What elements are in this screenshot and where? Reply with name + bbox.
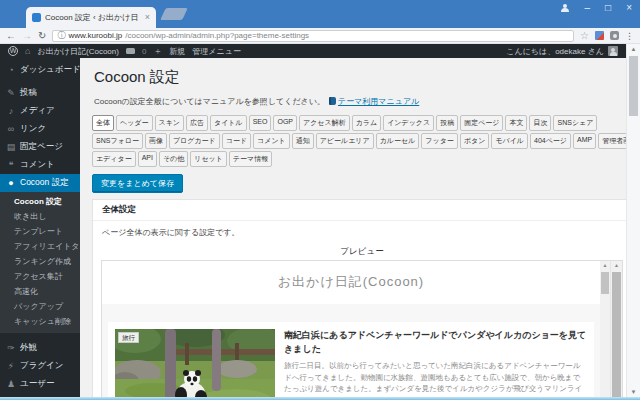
sidebar-submenu-item[interactable]: バックアップ (0, 299, 80, 314)
admin-bar-menu[interactable]: 管理メニュー (192, 46, 241, 57)
settings-tab[interactable]: その他 (159, 151, 188, 167)
settings-tab[interactable]: 画像 (145, 133, 167, 149)
settings-tab[interactable]: API (138, 151, 157, 167)
profile-icon[interactable] (561, 4, 570, 13)
browser-scrollbar[interactable]: ▲ ▼ (626, 44, 640, 397)
settings-tab[interactable]: エディター (92, 151, 136, 167)
maximize-button[interactable]: □ (605, 3, 611, 13)
sidebar-item[interactable]: ❝コメント (0, 156, 80, 174)
settings-tab[interactable]: 本文 (505, 115, 527, 131)
save-all-button[interactable]: 変更をまとめて保存 (92, 174, 183, 193)
settings-tab[interactable]: OGP (273, 115, 297, 131)
forward-icon[interactable]: → (22, 31, 32, 41)
preview-outer-scrollbar[interactable]: ▲ (610, 261, 622, 397)
settings-tab[interactable]: 404ページ (530, 133, 571, 149)
metabox-title: 全体設定 (93, 200, 631, 221)
back-icon[interactable]: ← (6, 31, 16, 41)
tab-close-icon[interactable]: × (145, 13, 150, 22)
settings-tab[interactable]: リセット (190, 151, 227, 167)
sidebar-item[interactable]: ▤固定ページ (0, 138, 80, 156)
new-tab-button[interactable] (160, 8, 188, 20)
sidebar-item[interactable]: ✑外観 (0, 339, 80, 357)
settings-tab[interactable]: SEO (249, 115, 272, 131)
settings-tab[interactable]: アクセス解析 (299, 115, 350, 131)
home-icon[interactable]: ⌂ (25, 46, 30, 56)
scroll-up-icon[interactable]: ▲ (611, 261, 622, 270)
page-info-icon[interactable]: ⓘ (57, 30, 65, 41)
settings-tab[interactable]: SNSシェア (553, 115, 597, 131)
settings-tab[interactable]: 固定ページ (460, 115, 503, 131)
sidebar-submenu-item[interactable]: アフィリエイトタグ (0, 239, 80, 254)
wordpress-logo-icon[interactable]: W (8, 46, 18, 56)
settings-tab[interactable]: ボタン (460, 133, 490, 149)
browser-scroll-thumb[interactable] (629, 56, 638, 116)
extension-icon-2[interactable] (610, 31, 619, 40)
settings-tab[interactable]: ブログカード (169, 133, 220, 149)
settings-tab[interactable]: AMP (573, 133, 596, 149)
settings-tab[interactable]: カルーセル (376, 133, 420, 149)
settings-tab[interactable]: 全体 (92, 115, 114, 131)
settings-tab[interactable]: ヘッダー (116, 115, 153, 131)
admin-bar-site-name[interactable]: お出かけ日記(Cocoon) (37, 46, 118, 57)
sidebar-submenu-item[interactable]: 高速化 (0, 284, 80, 299)
settings-tab[interactable]: スキン (155, 115, 185, 131)
settings-tab[interactable]: モバイル (491, 133, 528, 149)
article-thumbnail[interactable]: 旅行 (115, 329, 275, 397)
sidebar-submenu-item[interactable]: 吹き出し (0, 209, 80, 224)
admin-bar-greeting[interactable]: こんにちは、odekake さん (506, 46, 604, 57)
inner-scroll-thumb[interactable] (601, 272, 609, 294)
extension-icon-1[interactable] (595, 31, 604, 40)
browser-tab[interactable]: Cocoon 設定 ‹ お出かけ日 × (26, 7, 156, 28)
close-button[interactable]: × (626, 3, 632, 13)
sidebar-submenu-item[interactable]: テンプレート (0, 224, 80, 239)
sidebar-item-label: Cocoon 設定 (20, 177, 69, 189)
menu-item-icon: ♪ (6, 106, 16, 116)
sidebar-top: ◔ダッシュボード✎投稿♪メディア∞リンク▤固定ページ❝コメント●Cocoon 設… (0, 61, 80, 192)
address-bar[interactable]: ⓘ www.kuroobi.jp /cocoon/wp-admin/admin.… (52, 30, 574, 42)
admin-bar-new[interactable]: 新規 (169, 46, 185, 57)
settings-tab[interactable]: アピールエリア (316, 133, 374, 149)
reload-icon[interactable]: ↻ (38, 31, 46, 41)
outer-scroll-thumb[interactable] (612, 272, 621, 397)
plus-icon[interactable]: ＋ (153, 45, 162, 58)
settings-tab[interactable]: フッター (421, 133, 458, 149)
article-title[interactable]: 南紀白浜にあるアドベンチャーワールドでパンダやイルカのショーを見てきました (284, 329, 587, 357)
sidebar-item[interactable]: ♟ユーザー (0, 375, 80, 393)
settings-tab[interactable]: テーマ情報 (229, 151, 272, 167)
sidebar-item[interactable]: ●Cocoon 設定 (0, 174, 80, 192)
sidebar-item[interactable]: ✎投稿 (0, 84, 80, 102)
settings-tab[interactable]: コード (222, 133, 251, 149)
sidebar-submenu-item[interactable]: キャッシュ削除 (0, 314, 80, 329)
comments-bubble-icon[interactable] (126, 48, 135, 54)
settings-tab[interactable]: 広告 (186, 115, 208, 131)
sidebar-item[interactable]: ⚡プラグイン (0, 357, 80, 375)
sidebar-item[interactable]: ♪メディア (0, 102, 80, 120)
bookmark-star-icon[interactable]: ☆ (580, 30, 589, 41)
minimize-button[interactable]: – (585, 3, 591, 13)
manual-book-icon (329, 97, 336, 105)
settings-tab[interactable]: 目次 (529, 115, 551, 131)
settings-tab[interactable]: インデックス (383, 115, 434, 131)
settings-tab[interactable]: コメント (253, 133, 290, 149)
sidebar-submenu-item[interactable]: アクセス集計 (0, 269, 80, 284)
settings-tab[interactable]: SNSフォロー (92, 133, 143, 149)
sidebar-submenu-item[interactable]: ランキング作成 (0, 254, 80, 269)
browser-menu-icon[interactable]: ⋮ (625, 31, 634, 41)
theme-preview-frame: お出かけ日記(Cocoon) (101, 260, 623, 397)
sidebar-bottom: ✑外観⚡プラグイン♟ユーザー⚒ツール (0, 339, 80, 400)
user-avatar[interactable] (608, 46, 618, 56)
settings-tab[interactable]: カラム (352, 115, 382, 131)
settings-tab[interactable]: 通知 (292, 133, 314, 149)
sidebar-item[interactable]: ◔ダッシュボード (0, 61, 80, 79)
settings-tab[interactable]: タイトル (210, 115, 247, 131)
scroll-up-icon[interactable]: ▲ (627, 44, 640, 54)
preview-inner-scrollbar[interactable]: ▲ (600, 261, 610, 397)
scroll-down-icon[interactable]: ▼ (627, 387, 640, 397)
sidebar-item-label: プラグイン (20, 360, 64, 372)
settings-tab[interactable]: 投稿 (436, 115, 458, 131)
preview-article-card[interactable]: 旅行 南紀白浜にあるアドベンチャーワールドでパンダやイルカのショーを見てきました… (108, 322, 594, 397)
manual-link[interactable]: テーマ利用マニュアル (338, 97, 419, 106)
sidebar-item[interactable]: ∞リンク (0, 120, 80, 138)
sidebar-submenu-item[interactable]: Cocoon 設定 (0, 194, 80, 209)
scroll-up-icon[interactable]: ▲ (600, 261, 610, 270)
